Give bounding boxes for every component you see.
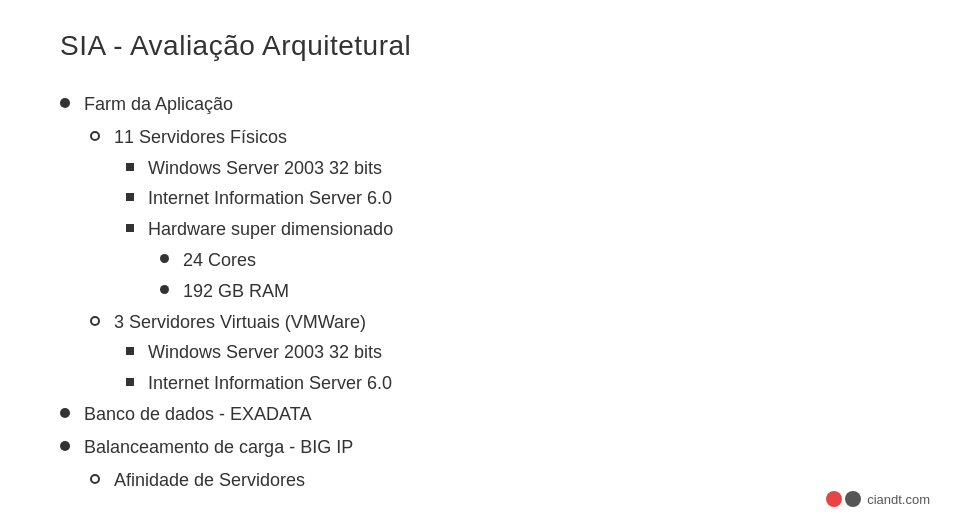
- item-text: 192 GB RAM: [183, 277, 289, 306]
- logo-text: ciandt.com: [867, 492, 930, 507]
- bullet-filled-circle-small: [160, 285, 169, 294]
- item-text: Farm da Aplicação: [84, 90, 233, 119]
- bullet-filled-circle-small: [160, 254, 169, 263]
- item-text: Internet Information Server 6.0: [148, 369, 392, 398]
- bullet-square: [126, 224, 134, 232]
- list-item: Banco de dados - EXADATA: [60, 400, 900, 429]
- item-text: Balanceamento de carga - BIG IP: [84, 433, 353, 462]
- logo-icon: [826, 491, 861, 507]
- bullet-filled-circle: [60, 441, 70, 451]
- item-text: Afinidade de Servidores: [114, 466, 305, 495]
- item-text: Banco de dados - EXADATA: [84, 400, 311, 429]
- bullet-square: [126, 378, 134, 386]
- logo-area: ciandt.com: [826, 491, 930, 507]
- item-text: Windows Server 2003 32 bits: [148, 338, 382, 367]
- list-item: 11 Servidores Físicos: [90, 123, 900, 152]
- list-item: Afinidade de Servidores: [90, 466, 900, 495]
- bullet-square: [126, 347, 134, 355]
- list-item: 192 GB RAM: [160, 277, 900, 306]
- page-title: SIA - Avaliação Arquitetural: [60, 30, 900, 62]
- page: SIA - Avaliação Arquitetural Farm da Apl…: [0, 0, 960, 525]
- list-item: Balanceamento de carga - BIG IP: [60, 433, 900, 462]
- list-item: 24 Cores: [160, 246, 900, 275]
- bullet-open-circle: [90, 316, 100, 326]
- item-text: Windows Server 2003 32 bits: [148, 154, 382, 183]
- list-item: Hardware super dimensionado: [126, 215, 900, 244]
- item-text: 11 Servidores Físicos: [114, 123, 287, 152]
- list-item: Internet Information Server 6.0: [126, 184, 900, 213]
- bullet-filled-circle: [60, 98, 70, 108]
- list-item: 3 Servidores Virtuais (VMWare): [90, 308, 900, 337]
- logo-circle-dark: [845, 491, 861, 507]
- bullet-filled-circle: [60, 408, 70, 418]
- bullet-square: [126, 163, 134, 171]
- item-text: 24 Cores: [183, 246, 256, 275]
- list-item: Windows Server 2003 32 bits: [126, 154, 900, 183]
- bullet-open-circle: [90, 131, 100, 141]
- item-text: 3 Servidores Virtuais (VMWare): [114, 308, 366, 337]
- list-item: Windows Server 2003 32 bits: [126, 338, 900, 367]
- content-area: Farm da Aplicação 11 Servidores Físicos …: [60, 90, 900, 494]
- bullet-square: [126, 193, 134, 201]
- logo-circle-red: [826, 491, 842, 507]
- bullet-open-circle: [90, 474, 100, 484]
- list-item: Farm da Aplicação: [60, 90, 900, 119]
- item-text: Internet Information Server 6.0: [148, 184, 392, 213]
- item-text: Hardware super dimensionado: [148, 215, 393, 244]
- list-item: Internet Information Server 6.0: [126, 369, 900, 398]
